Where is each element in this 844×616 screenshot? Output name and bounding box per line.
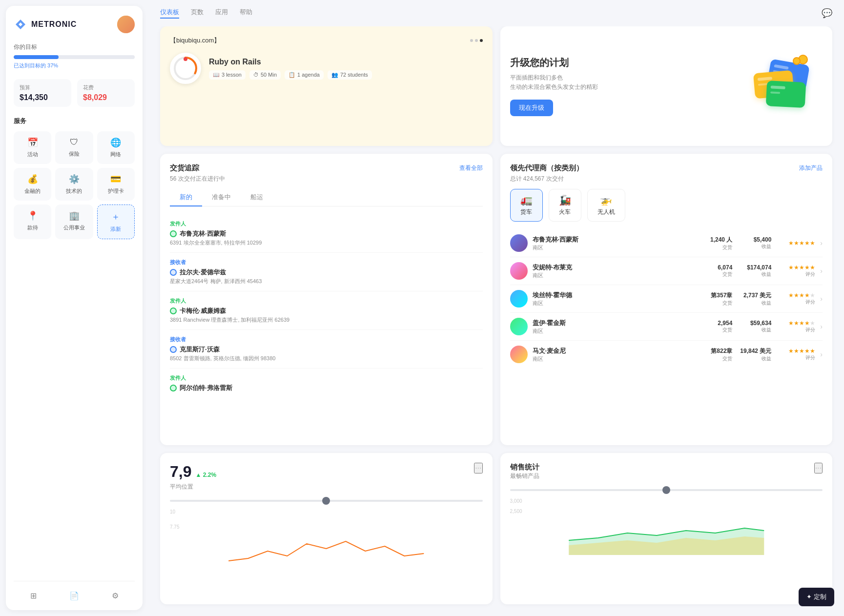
course-agenda: 📋 1 agenda (285, 70, 324, 80)
category-drone[interactable]: 🚁 无人机 (587, 189, 625, 222)
course-ring-svg (172, 55, 199, 82)
stats-label: 平均位置 (170, 483, 216, 491)
agent-arrow-1[interactable]: › (820, 239, 823, 247)
agent-row-5: 马文·麦金尼 南区 第822章 交货 19,842 美元 收益 ★★★★★ 评分… (510, 341, 823, 368)
agent-rating-4: ★★★★★ 评分 (776, 320, 815, 333)
agent-rating-5: ★★★★★ 评分 (776, 348, 815, 361)
agent-trans-label-5: 交货 (698, 355, 732, 362)
utility-label: 公用事业 (63, 224, 85, 231)
tab-new[interactable]: 新的 (170, 189, 202, 206)
service-insurance[interactable]: 🛡 保险 (55, 131, 93, 164)
activity-label: 活动 (27, 151, 38, 158)
stats-svg-chart (170, 532, 483, 571)
agent-rev-4: $59,634 收益 (737, 320, 771, 333)
category-train[interactable]: 🚂 火车 (549, 189, 581, 222)
upgrade-card: 升级您的计划 平面插图和我们多色 生动的未混合紫色头发女士的精彩 现在升级 (500, 26, 833, 146)
upgrade-button[interactable]: 现在升级 (510, 100, 553, 116)
category-truck[interactable]: 🚛 货车 (510, 189, 543, 222)
service-utility[interactable]: 🏢 公用事业 (55, 205, 93, 239)
insurance-label: 保险 (69, 150, 80, 158)
course-dots (470, 39, 483, 42)
role-2: 接收者 (170, 259, 483, 266)
budget-row: 预算 $14,350 花费 $8,029 (14, 79, 135, 107)
agent-rev-val-2: $174,074 (737, 264, 771, 271)
agent-arrow-5[interactable]: › (820, 350, 823, 358)
agent-arrow-4[interactable]: › (820, 323, 823, 330)
rating-label-2: 评分 (776, 271, 815, 278)
tracking-tabs: 新的 准备中 船运 (170, 189, 483, 206)
notification-icon[interactable]: 💬 (822, 8, 832, 19)
service-hospitality[interactable]: 📍 款待 (14, 205, 51, 239)
upgrade-visual (735, 55, 823, 118)
nav-pages[interactable]: 页数 (191, 8, 204, 19)
agent-arrow-3[interactable]: › (820, 295, 823, 303)
budget-value: $14,350 (20, 93, 65, 102)
role-1: 发件人 (170, 220, 483, 227)
tab-preparing[interactable]: 准备中 (202, 189, 241, 206)
sales-chart: 3,000 2,500 (510, 498, 823, 547)
agent-info-4: 盖伊·霍金斯 南区 (533, 319, 694, 335)
agent-avatar-1 (510, 234, 528, 252)
nav-dashboard[interactable]: 仪表板 (160, 8, 179, 19)
finance-icon: 💰 (27, 174, 38, 185)
students-icon: 👥 (331, 72, 338, 78)
agent-name-4: 盖伊·霍金斯 (533, 319, 694, 328)
network-label: 网络 (110, 151, 121, 158)
progress-text: 已达到目标的 37% (14, 62, 135, 69)
agent-rev-label-1: 收益 (737, 243, 771, 250)
file-icon[interactable]: 📄 (69, 591, 79, 600)
add-product-button[interactable]: 添加产品 (799, 164, 823, 172)
goal-label: 你的目标 (14, 43, 135, 51)
rating-label-4: 评分 (776, 327, 815, 333)
agent-name-3: 埃丝特·霍华德 (533, 291, 694, 300)
stats-range-slider[interactable] (170, 500, 483, 502)
agent-rev-5: 19,842 美元 收益 (737, 347, 771, 362)
sales-more-button[interactable]: ··· (814, 463, 823, 473)
agent-trans-2: 6,074 (698, 264, 732, 271)
agent-info-2: 安妮特·布莱克 南区 (533, 263, 694, 279)
status-dot-4 (170, 346, 177, 353)
tab-shipping[interactable]: 船运 (241, 189, 273, 206)
sales-card-header: 销售统计 最畅销产品 ··· (510, 463, 823, 480)
tracking-item-1: 发件人 布鲁克林·西蒙斯 6391 埃尔全全塞塞市, 特拉华州 10299 (170, 214, 483, 253)
agent-trans-5: 第822章 (698, 347, 732, 355)
tracking-subtitle: 56 次交付正在进行中 (170, 175, 483, 183)
agent-rev-val-1: $5,400 (737, 236, 771, 243)
role-5: 发件人 (170, 374, 483, 382)
service-add[interactable]: ＋ 添新 (97, 205, 135, 239)
tech-icon: ⚙️ (69, 174, 80, 185)
agent-trans-label-2: 交货 (698, 271, 732, 278)
customize-button[interactable]: ✦ 定制 (799, 588, 834, 606)
service-network[interactable]: 🌐 网络 (97, 131, 135, 164)
layers-icon[interactable]: ⊞ (30, 591, 37, 600)
agent-stats-5: 第822章 交货 (698, 347, 732, 362)
service-activity[interactable]: 📅 活动 (14, 131, 51, 164)
svg-point-2 (184, 57, 187, 61)
name-2: 拉尔夫·爱德华兹 (170, 268, 483, 277)
add-label: 添新 (110, 226, 121, 233)
agent-region-5: 南区 (533, 355, 694, 363)
settings-icon[interactable]: ⚙ (112, 591, 119, 600)
service-finance[interactable]: 💰 金融的 (14, 168, 51, 201)
avatar[interactable] (117, 16, 135, 33)
course-students: 👥 72 students (328, 70, 372, 80)
status-dot-1 (170, 230, 177, 237)
stats-more-button[interactable]: ··· (474, 463, 482, 473)
tracking-item-2: 接收者 拉尔夫·爱德华兹 星家大道2464号 梅萨, 新泽西州 45463 (170, 253, 483, 291)
addr-3: 3891 Ranchview 理查森博士, 加利福尼亚州 62639 (170, 316, 483, 324)
view-all-button[interactable]: 查看全部 (459, 164, 483, 172)
rating-label-3: 评分 (776, 299, 815, 306)
sales-range-slider[interactable] (510, 489, 823, 491)
progress-fill (14, 55, 59, 59)
stars-1: ★★★★★ (776, 240, 815, 246)
course-content: Ruby on Rails 📖 3 lesson ⏱ 50 Min 📋 1 (170, 53, 483, 84)
service-tech[interactable]: ⚙️ 技术的 (55, 168, 93, 201)
agent-avatar-2 (510, 262, 528, 280)
nav-links: 仪表板 页数 应用 帮助 (160, 8, 252, 19)
nav-apps[interactable]: 应用 (215, 8, 228, 19)
agent-row-4: 盖伊·霍金斯 南区 2,954 交货 $59,634 收益 ★★★★★ 评分 › (510, 313, 823, 341)
agent-arrow-2[interactable]: › (820, 267, 823, 275)
nav-help[interactable]: 帮助 (240, 8, 252, 19)
service-card[interactable]: 💳 护理卡 (97, 168, 135, 201)
tracking-header: 交货追踪 查看全部 (170, 164, 483, 173)
